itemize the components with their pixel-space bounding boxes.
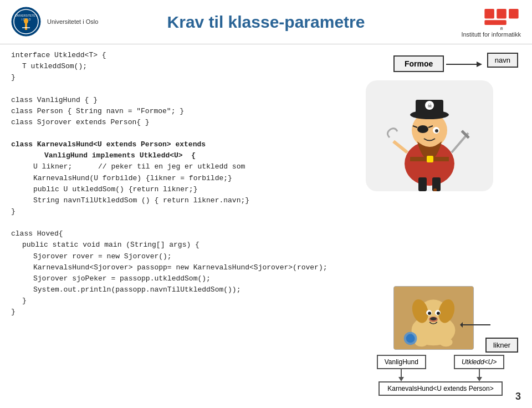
svg-marker-49 <box>460 322 463 328</box>
code-line-4 <box>11 83 349 94</box>
code-line-7: class Sjorover extends Person{ } <box>11 117 349 128</box>
svg-rect-9 <box>509 9 519 19</box>
pirate-illustration: ☠ <box>366 80 493 191</box>
code-line-8 <box>11 128 349 139</box>
uio-text-label: Universitetet i Oslo <box>47 18 98 26</box>
code-line-23: } <box>11 295 349 307</box>
diagram-area: Formoe navn ☠ <box>360 50 521 402</box>
svg-text:ifi: ifi <box>500 27 503 30</box>
utkledd-box: Utkledd<U> <box>454 355 504 369</box>
svg-point-24 <box>435 129 438 132</box>
svg-marker-53 <box>477 377 482 381</box>
svg-point-20 <box>417 125 428 133</box>
code-line-19: Sjorover rover = new Sjorover(); <box>11 251 349 262</box>
code-line-6: class Person { String navn = "Formoe"; } <box>11 106 349 117</box>
formoe-arrow-icon <box>446 58 485 70</box>
svg-marker-51 <box>398 377 404 381</box>
utkledd-arrow-icon <box>475 369 484 381</box>
code-line-1: interface Utkledd<T> { <box>11 50 349 61</box>
vanlig-hund-box: VanligHund <box>377 355 426 369</box>
dog-photo <box>393 286 474 350</box>
code-line-22: System.out.println(passopp.navnTilUtkled… <box>11 284 349 295</box>
code-line-21: Sjorover sjoPeker = passopp.utkleddSom()… <box>11 273 349 284</box>
svg-text:☠: ☠ <box>427 103 432 109</box>
code-line-13: public U utkleddSom() {return likner;} <box>11 184 349 195</box>
karnevals-hund-box: KarnevalsHund<U extends Person> <box>378 381 502 396</box>
svg-point-40 <box>428 312 431 315</box>
svg-point-41 <box>437 312 440 315</box>
svg-rect-8 <box>497 9 507 19</box>
svg-line-27 <box>393 141 407 152</box>
navn-box: navn <box>487 53 518 68</box>
bottom-diagram: VanligHund Utkledd<U> Ka <box>360 355 521 396</box>
formoe-box: Formoe <box>393 55 444 72</box>
page-title: Krav til klasse-parametre <box>167 13 365 32</box>
ifi-logo-icon: ifi <box>482 6 521 31</box>
top-boxes-row: VanligHund Utkledd<U> <box>377 355 505 381</box>
code-area: interface Utkledd<T> { T utkleddSom(); }… <box>11 50 355 402</box>
svg-rect-10 <box>484 20 506 25</box>
code-line-15: } <box>11 206 349 217</box>
svg-marker-13 <box>477 62 482 67</box>
code-line-12: KarnevalsHund(U forbilde) {likner = forb… <box>11 173 349 184</box>
code-line-14: String navnTilUtkleddSom () { return lik… <box>11 195 349 206</box>
code-line-24: } <box>11 307 349 318</box>
main-content: interface Utkledd<T> { T utkleddSom(); }… <box>0 44 532 408</box>
svg-point-43 <box>430 317 437 320</box>
pirate-icon: ☠ <box>374 80 485 191</box>
svg-rect-30 <box>418 177 427 191</box>
ifi-logo: ifi Institutt for informatikk <box>461 6 521 38</box>
svg-rect-32 <box>433 188 437 191</box>
svg-point-45 <box>439 338 453 346</box>
header: UNIVERSITETET I OSLO Universitetet i Osl… <box>0 0 532 44</box>
code-line-2: T utkleddSom(); <box>11 61 349 72</box>
svg-text:UNIVERSITETET: UNIVERSITETET <box>15 14 37 17</box>
svg-rect-29 <box>427 156 433 162</box>
logo-area: UNIVERSITETET I OSLO Universitetet i Osl… <box>11 7 98 37</box>
code-line-9: class KarnevalsHund<U extends Person> ex… <box>11 139 349 150</box>
vanlig-hund-col: VanligHund <box>377 355 426 381</box>
code-line-16 <box>11 217 349 228</box>
vanlig-hund-arrow-icon <box>397 369 406 381</box>
likner-arrow-icon <box>460 319 493 330</box>
code-line-18: public static void main (String[] args) … <box>11 239 349 251</box>
code-line-10: VanligHund implements Utkledd<U> { <box>11 150 349 161</box>
code-line-5: class VanligHund { } <box>11 95 349 106</box>
uio-logo-icon: UNIVERSITETET I OSLO <box>11 7 42 37</box>
dog-icon <box>394 286 473 350</box>
ifi-label-text: Institutt for informatikk <box>461 31 521 38</box>
code-line-17: class Hoved{ <box>11 228 349 239</box>
svg-point-5 <box>24 18 28 24</box>
utkledd-col: Utkledd<U> <box>454 355 504 381</box>
svg-point-47 <box>406 334 415 343</box>
code-line-11: U likner; // peker til en jeg er utkledd… <box>11 161 349 172</box>
svg-rect-7 <box>484 9 494 19</box>
code-line-20: KarnevalsHund<Sjorover> passopp= new Kar… <box>11 262 349 273</box>
code-line-3: } <box>11 72 349 83</box>
page-number: 3 <box>515 391 521 402</box>
likner-box: likner <box>485 338 518 353</box>
